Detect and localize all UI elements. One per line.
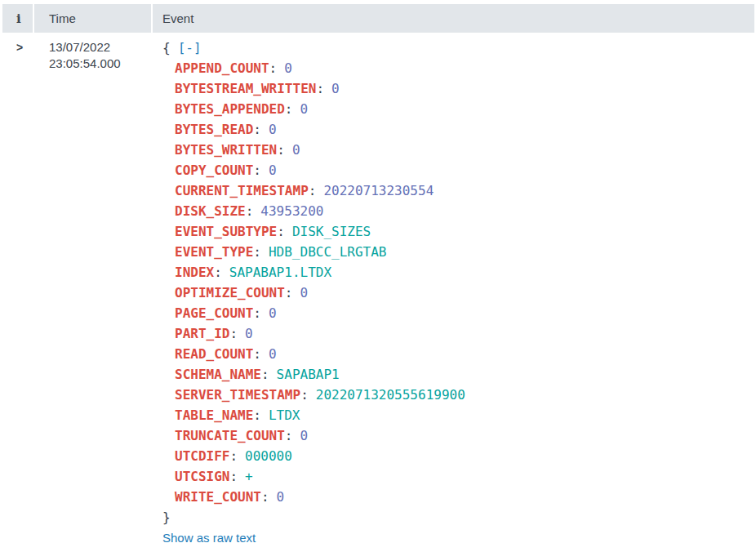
json-field-key[interactable]: TRUNCATE_COUNT [175, 428, 285, 443]
events-viewer: i Time Event > 13/07/2022 23:05:54.000 {… [0, 0, 756, 548]
json-open-brace: { [162, 40, 171, 56]
json-field-key[interactable]: PAGE_COUNT [175, 305, 253, 321]
json-field-line: SCHEMA_NAME:SAPABAP1 [162, 364, 754, 385]
json-field-key[interactable]: INDEX [175, 265, 214, 280]
json-field-line: COPY_COUNT:0 [162, 160, 754, 180]
column-header-event-label: Event [162, 11, 193, 25]
column-header-time: Time [34, 4, 151, 33]
json-field-value[interactable]: 0 [269, 162, 277, 178]
json-field-value[interactable]: 43953200 [260, 203, 323, 219]
json-field-key[interactable]: SERVER_TIMESTAMP [175, 387, 300, 403]
json-colon: : [253, 305, 261, 321]
event-json-cell: {[-] APPEND_COUNT:0 BYTESTREAM_WRITTEN:0… [153, 38, 754, 548]
json-colon: : [253, 162, 261, 178]
json-field-line: CURRENT_TIMESTAMP:20220713230554 [162, 180, 754, 201]
json-field-line: TRUNCATE_COUNT:0 [162, 425, 754, 446]
show-raw-text-link[interactable]: Show as raw text [162, 529, 256, 546]
json-field-value[interactable]: 0 [269, 122, 277, 137]
json-field-line: READ_COUNT:0 [162, 344, 754, 364]
json-field-key[interactable]: BYTESTREAM_WRITTEN [175, 81, 316, 96]
json-colon: : [261, 489, 269, 505]
json-colon: : [309, 183, 317, 198]
json-field-value[interactable]: 0 [300, 285, 309, 300]
json-field-line: TABLE_NAME:LTDX [162, 405, 754, 425]
json-field-line: PART_ID:0 [162, 323, 754, 344]
json-field-line: BYTES_WRITTEN:0 [162, 140, 754, 160]
json-field-line: BYTES_APPENDED:0 [162, 99, 754, 119]
json-colon: : [277, 224, 285, 239]
json-field-line: PAGE_COUNT:0 [162, 303, 754, 323]
json-colon: : [285, 428, 293, 443]
json-field-key[interactable]: EVENT_TYPE [175, 244, 253, 260]
json-field-value[interactable]: SAPABAP1.LTDX [229, 265, 331, 280]
json-close-line: } [162, 507, 754, 528]
json-field-value[interactable]: 0 [300, 101, 309, 117]
json-field-value[interactable]: 0 [292, 142, 300, 158]
json-field-key[interactable]: PART_ID [175, 326, 229, 341]
json-colon: : [285, 101, 293, 117]
json-field-value[interactable]: 0 [284, 60, 292, 76]
json-colon: : [214, 265, 222, 280]
json-field-key[interactable]: UTCSIGN [175, 469, 229, 484]
json-colon: : [269, 60, 278, 76]
event-time-date: 13/07/2022 [49, 39, 151, 56]
json-field-key[interactable]: SCHEMA_NAME [175, 367, 261, 382]
column-header-event: Event [153, 4, 754, 33]
event-time-clock: 23:05:54.000 [49, 56, 151, 72]
json-field-line: EVENT_TYPE:HDB_DBCC_LRGTAB [162, 242, 754, 262]
json-colon: : [229, 448, 238, 464]
json-field-key[interactable]: BYTES_WRITTEN [175, 142, 277, 158]
json-field-key[interactable]: COPY_COUNT [175, 162, 253, 178]
json-field-key[interactable]: OPTIMIZE_COUNT [175, 285, 285, 300]
json-colon: : [253, 122, 261, 137]
json-field-line: WRITE_COUNT:0 [162, 487, 754, 507]
json-field-value[interactable]: 0 [269, 305, 277, 321]
json-colon: : [229, 326, 238, 341]
json-field-key[interactable]: BYTES_APPENDED [175, 101, 285, 117]
json-field-line: BYTES_READ:0 [162, 119, 754, 140]
json-field-key[interactable]: APPEND_COUNT [175, 60, 269, 76]
json-field-value[interactable]: + [245, 469, 253, 484]
json-field-value[interactable]: 0 [300, 428, 309, 443]
json-field-line: EVENT_SUBTYPE:DISK_SIZES [162, 221, 754, 242]
json-field-key[interactable]: WRITE_COUNT [175, 489, 261, 505]
json-field-line: BYTESTREAM_WRITTEN:0 [162, 78, 754, 99]
json-field-value[interactable]: DISK_SIZES [292, 224, 371, 239]
json-fields: APPEND_COUNT:0 BYTESTREAM_WRITTEN:0 BYTE… [162, 58, 754, 507]
column-header-info: i [2, 4, 33, 33]
json-field-key[interactable]: DISK_SIZE [175, 203, 246, 219]
json-field-line: INDEX:SAPABAP1.LTDX [162, 262, 754, 283]
json-colon: : [253, 407, 261, 423]
json-colon: : [261, 367, 269, 382]
json-collapse-toggle[interactable]: [-] [178, 40, 202, 56]
json-field-line: APPEND_COUNT:0 [162, 58, 754, 78]
json-colon: : [277, 142, 285, 158]
json-field-key[interactable]: BYTES_READ [175, 122, 253, 137]
json-field-value[interactable]: LTDX [269, 407, 300, 423]
json-field-value[interactable]: SAPABAP1 [277, 367, 340, 382]
info-icon: i [16, 11, 21, 26]
json-field-value[interactable]: 000000 [245, 448, 292, 464]
json-field-value[interactable]: 0 [277, 489, 285, 505]
json-field-line: SERVER_TIMESTAMP:2022071320555619900 [162, 385, 754, 405]
expand-chevron-icon[interactable]: > [16, 41, 23, 54]
json-field-key[interactable]: EVENT_SUBTYPE [175, 224, 277, 239]
json-colon: : [316, 81, 324, 96]
json-open-line: {[-] [162, 38, 754, 58]
json-field-key[interactable]: CURRENT_TIMESTAMP [175, 183, 309, 198]
events-table-header: i Time Event [2, 4, 754, 33]
column-header-time-label: Time [49, 11, 76, 25]
json-field-value[interactable]: 2022071320555619900 [316, 387, 465, 403]
json-field-key[interactable]: READ_COUNT [175, 346, 253, 362]
json-field-value[interactable]: 0 [245, 326, 253, 341]
json-field-key[interactable]: UTCDIFF [175, 448, 229, 464]
json-field-value[interactable]: 20220713230554 [323, 183, 434, 198]
json-field-value[interactable]: 0 [331, 81, 340, 96]
json-field-key[interactable]: TABLE_NAME [175, 407, 253, 423]
json-close-brace: } [162, 510, 171, 525]
json-field-value[interactable]: 0 [269, 346, 277, 362]
json-field-value[interactable]: HDB_DBCC_LRGTAB [269, 244, 387, 260]
json-colon: : [253, 346, 261, 362]
event-expand-cell: > [2, 38, 33, 548]
json-field-line: UTCSIGN:+ [162, 466, 754, 487]
